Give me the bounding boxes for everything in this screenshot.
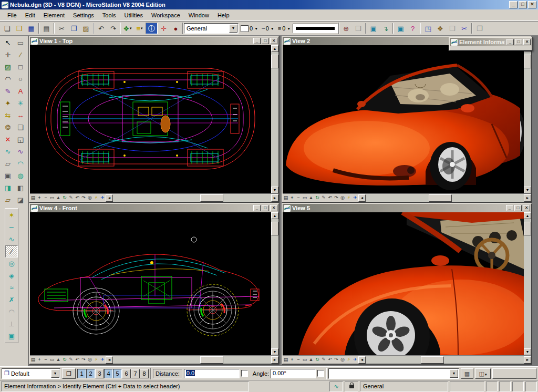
scroll-down-icon[interactable]: ▼ <box>524 187 531 193</box>
zoom-in-icon[interactable]: + <box>36 356 43 364</box>
navigate-view-icon[interactable]: ✈ <box>99 356 106 364</box>
tool-circle-center[interactable]: ◎ <box>5 257 18 270</box>
tool-cross[interactable]: ✗ <box>5 294 18 306</box>
rotate-view-icon[interactable]: ↻ <box>314 194 320 202</box>
active-color-control[interactable]: 0 ▼ <box>239 25 260 32</box>
cel-library-button[interactable]: ❖ <box>434 23 446 34</box>
element-information-button[interactable]: ⓘ <box>146 23 158 34</box>
tool-place-curve[interactable]: ∽ <box>5 221 18 233</box>
view-toggle-4[interactable]: 4 <box>104 369 113 378</box>
view2-drawing-area[interactable] <box>283 45 524 193</box>
view5-drawing-area[interactable] <box>283 212 524 355</box>
tool-3d-surfaces[interactable]: ◠ <box>14 158 27 170</box>
copy-cube-button[interactable]: ❐ <box>473 23 485 34</box>
fit-view-icon[interactable]: ▲ <box>55 356 61 364</box>
raster-manager-button[interactable]: ● <box>170 23 182 34</box>
window-area-icon[interactable]: ▭ <box>302 356 308 364</box>
clip-volume-button[interactable]: ✂ <box>458 23 470 34</box>
zoom-out-icon[interactable]: − <box>295 194 302 202</box>
view1-horizontal-scrollbar[interactable]: ◄ ► <box>106 194 278 202</box>
app-minimize-button[interactable]: _ <box>509 1 518 8</box>
color-swatch[interactable] <box>241 25 249 32</box>
screen-2-button[interactable]: ▣ <box>395 23 407 34</box>
view4-horizontal-scrollbar[interactable]: ◄ ► <box>106 356 278 364</box>
scroll-up-icon[interactable]: ▲ <box>524 212 531 219</box>
scrollbar-thumb[interactable] <box>429 194 452 202</box>
menu-window[interactable]: Window <box>184 11 213 20</box>
view-close-button[interactable]: ✕ <box>523 205 530 211</box>
tool-zigzag[interactable]: ≈ <box>5 282 18 294</box>
screen-1-button[interactable]: ▣ <box>367 23 379 34</box>
tool-modify-curve[interactable]: ✶ <box>5 209 18 221</box>
chevron-down-icon[interactable]: ▼ <box>287 27 291 30</box>
scrollbar-thumb[interactable] <box>271 222 278 235</box>
chevron-down-icon[interactable]: ▾ <box>130 26 132 30</box>
tool-3d-construct[interactable]: ▣ <box>2 170 14 182</box>
view4-titlebar[interactable]: View 4 - Front _ □ ✕ <box>30 204 278 212</box>
keyin-table-button[interactable]: ▦ <box>461 368 473 379</box>
keyin-browse-button[interactable]: ◫▾ <box>475 368 491 379</box>
fit-view-icon[interactable]: ▲ <box>308 194 314 202</box>
active-style-control[interactable]: ┄ 0 ▼ <box>260 25 276 32</box>
zoom-out-icon[interactable]: − <box>43 194 49 202</box>
render-icon[interactable]: ⚡ <box>346 194 352 202</box>
chevron-down-icon[interactable]: ▼ <box>271 27 274 30</box>
view-attributes-icon[interactable]: ▤ <box>30 194 36 202</box>
tool-3d-modify[interactable]: ◨ <box>2 182 14 194</box>
app-close-button[interactable]: ✕ <box>528 1 536 8</box>
scrollbar-thumb[interactable] <box>524 55 531 68</box>
render-icon[interactable]: ⚡ <box>93 356 99 364</box>
view-minimize-button[interactable]: _ <box>253 205 261 211</box>
tool-measure[interactable]: ◱ <box>14 133 27 146</box>
scroll-right-icon[interactable]: ► <box>524 356 531 364</box>
view-attributes-icon[interactable]: ▤ <box>283 194 289 202</box>
copy-button[interactable]: ❐ <box>68 23 80 34</box>
view-toggle-6[interactable]: 6 <box>122 369 131 378</box>
view-toggle-2[interactable]: 2 <box>86 369 95 378</box>
chevron-down-icon[interactable]: ▼ <box>450 369 458 378</box>
view-help-button[interactable]: ? <box>407 23 419 34</box>
view-toggle-3[interactable]: 3 <box>95 369 104 378</box>
view-toggle-8[interactable]: 8 <box>140 369 149 378</box>
save-button[interactable]: ▦ <box>25 23 37 34</box>
distance-input[interactable]: 0.0 <box>184 369 240 378</box>
app-maximize-button[interactable]: □ <box>519 1 527 8</box>
angle-lock-checkbox[interactable] <box>317 370 324 377</box>
snap-sketch-cell[interactable]: ∿ <box>329 381 343 391</box>
navigate-view-icon[interactable]: ✈ <box>352 194 358 202</box>
ei-maximize-button[interactable]: □ <box>515 39 522 45</box>
zoom-out-icon[interactable]: − <box>295 356 302 364</box>
view5-horizontal-scrollbar[interactable]: ◄ ► <box>358 356 531 364</box>
scrollbar-thumb[interactable] <box>200 194 223 202</box>
menu-tools[interactable]: Tools <box>98 11 120 20</box>
tool-place-shape[interactable]: □ <box>14 61 27 73</box>
print-button[interactable]: ▤ <box>40 23 53 34</box>
menu-edit[interactable]: Edit <box>21 11 39 20</box>
scroll-left-icon[interactable]: ◄ <box>358 356 366 364</box>
keyin-input[interactable]: ▼ <box>328 368 459 379</box>
active-weight-control[interactable]: ≡ 0 ▼ <box>276 25 292 32</box>
levels-button[interactable]: ≡▾ <box>133 23 146 34</box>
view-previous-icon[interactable]: ↶ <box>327 194 333 202</box>
app-titlebar[interactable]: Nebula.dgn (3D - V8 DGN) - MicroStation … <box>0 0 538 9</box>
chevron-down-icon[interactable]: ▾ <box>485 373 487 376</box>
zoom-in-icon[interactable]: + <box>36 194 43 202</box>
tool-xyz-points[interactable]: ✳ <box>14 97 27 109</box>
navigate-view-icon[interactable]: ✈ <box>99 194 106 202</box>
menu-help[interactable]: Help <box>213 11 234 20</box>
tool-place-text[interactable]: A <box>14 85 27 97</box>
view-previous-icon[interactable]: ↶ <box>327 356 333 364</box>
scroll-down-icon[interactable]: ▼ <box>524 348 531 355</box>
cut-button[interactable]: ✂ <box>56 23 68 34</box>
angle-input[interactable]: 0.00° <box>271 369 316 378</box>
view-next-icon[interactable]: ↷ <box>333 194 339 202</box>
view-attributes-icon[interactable]: ▤ <box>30 356 36 364</box>
active-snap-mode-cell[interactable]: General <box>360 381 448 391</box>
render-icon[interactable]: ⚡ <box>346 356 352 364</box>
view-toggle-1[interactable]: 1 <box>77 369 86 378</box>
tool-place-arc[interactable]: ◠ <box>2 73 14 85</box>
scroll-up-icon[interactable]: ▲ <box>271 45 278 52</box>
view5-vertical-scrollbar[interactable]: ▲ ▼ <box>524 212 531 355</box>
chevron-down-icon[interactable]: ▾ <box>141 26 143 30</box>
zoom-in-icon[interactable]: + <box>289 194 295 202</box>
